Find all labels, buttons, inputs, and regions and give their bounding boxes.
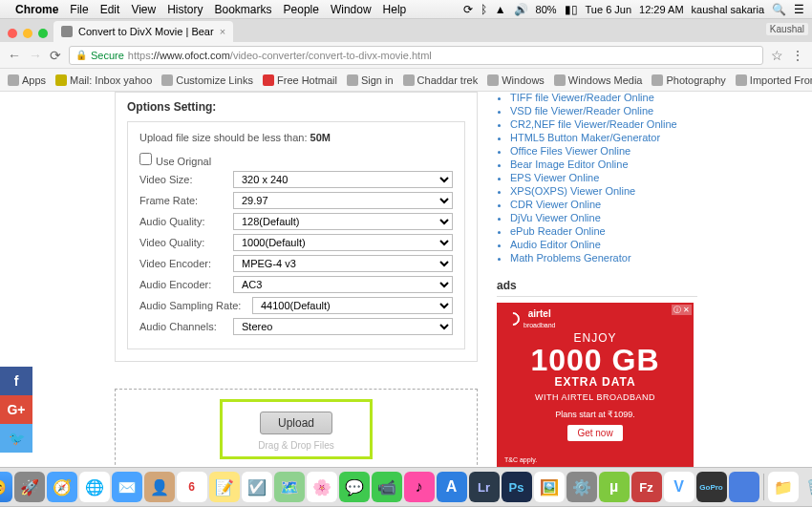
link-item[interactable]: Math Problems Generator [510,252,697,264]
dock-itunes[interactable]: ♪ [404,472,435,502]
tab-close-icon[interactable]: × [220,26,225,37]
upload-hint: Upload file size should be less than: 50… [139,132,453,143]
menu-view[interactable]: View [131,3,156,16]
dock-lightroom[interactable]: Lr [469,472,500,502]
dock-photos[interactable]: 🌸 [307,472,337,502]
bm-winmedia[interactable]: Windows Media [554,74,643,86]
dock-reminders[interactable]: ☑️ [242,472,272,502]
bm-customize[interactable]: Customize Links [161,74,253,86]
menu-bookmarks[interactable]: Bookmarks [215,3,272,16]
dock-appstore[interactable]: A [437,472,467,502]
address-bar[interactable]: 🔒 Secure https ://www.ofoct.com /video-c… [69,46,763,65]
share-facebook[interactable]: f [0,367,32,395]
ad-cta-button[interactable]: Get now [567,425,622,441]
video-quality-select[interactable]: 1000(Default) [233,234,453,251]
menubar-time[interactable]: 12:29 AM [639,4,683,15]
link-item[interactable]: XPS(OXPS) Viewer Online [510,185,697,197]
bm-apps[interactable]: Apps [8,74,46,86]
bluetooth-icon[interactable]: ᛒ [481,3,487,16]
menu-people[interactable]: People [284,3,319,16]
sync-icon[interactable]: ⟳ [463,3,473,16]
dock-calendar[interactable]: 6 [177,472,207,502]
menu-window[interactable]: Window [331,3,372,16]
share-googleplus[interactable]: G+ [0,395,32,424]
share-twitter[interactable]: 🐦 [0,424,32,453]
ad-banner[interactable]: ⓘ ✕ airtelbroadband ENJOY 1000 GB EXTRA … [497,303,694,467]
menu-history[interactable]: History [167,3,203,16]
social-sidebar: f G+ 🐦 [0,367,32,453]
link-item[interactable]: Audio Editor Online [510,239,697,250]
dock-contacts[interactable]: 👤 [144,472,175,502]
link-item[interactable]: CDR Viewer Online [510,199,697,210]
audio-channels-select[interactable]: Stereo [233,318,453,335]
menu-edit[interactable]: Edit [100,3,120,16]
ad-close-icon[interactable]: ⓘ ✕ [672,305,692,315]
link-item[interactable]: ePub Reader Online [510,225,697,237]
dock-utorrent[interactable]: µ [599,472,630,502]
dock-facetime[interactable]: 📹 [372,472,402,502]
upload-button[interactable]: Upload [260,412,332,434]
dock-preview[interactable]: 🖼️ [534,472,565,502]
menu-help[interactable]: Help [383,3,407,16]
bm-windows[interactable]: Windows [487,74,545,86]
dock-gopro[interactable]: GoPro [696,472,727,502]
video-size-select[interactable]: 320 x 240 [233,171,453,188]
dock-trash[interactable]: 🗑️ [801,472,813,502]
dock-messages[interactable]: 💬 [339,472,370,502]
back-icon[interactable]: ← [8,48,21,63]
forward-icon[interactable]: → [29,48,42,63]
dock-sysprefs[interactable]: ⚙️ [566,472,597,502]
chrome-profile-badge[interactable]: Kaushal [766,23,808,35]
link-item[interactable]: Bear Image Editor Online [510,158,697,170]
dock-launchpad[interactable]: 🚀 [14,472,45,502]
minimize-window-icon[interactable] [23,29,32,38]
menu-app[interactable]: Chrome [15,3,58,16]
dock-finder[interactable]: 😊 [0,472,12,502]
wifi-icon[interactable]: ▲ [495,3,506,16]
dock-safari[interactable]: 🧭 [47,472,77,502]
link-item[interactable]: Office Files Viewer Online [510,145,697,157]
browser-tab[interactable]: Convert to DivX Movie | Bear × [53,21,233,42]
reload-icon[interactable]: ⟳ [50,48,61,63]
dock-downloads[interactable]: 📁 [768,472,799,502]
frame-rate-select[interactable]: 29.97 [233,192,453,209]
dock-maps[interactable]: 🗺️ [274,472,305,502]
audio-quality-select[interactable]: 128(Default) [233,213,453,230]
link-item[interactable]: EPS Viewer Online [510,172,697,183]
dock-notes[interactable]: 📝 [209,472,240,502]
battery-icon[interactable]: ▮▯ [565,3,578,16]
close-window-icon[interactable] [8,29,17,38]
link-item[interactable]: TIFF file Viewer/Reader Online [510,92,697,103]
menu-file[interactable]: File [70,3,88,16]
bm-signin[interactable]: Sign in [347,74,394,86]
menu-extra-icon[interactable]: ☰ [794,3,804,16]
bm-hotmail[interactable]: Free Hotmail [263,74,337,86]
dock-chrome[interactable]: 🌐 [79,472,110,502]
audio-encoder-select[interactable]: AC3 [233,276,453,293]
bm-photo[interactable]: Photography [652,74,725,86]
menu-icon[interactable]: ⋮ [791,48,804,63]
link-item[interactable]: DjVu Viewer Online [510,212,697,223]
audio-sampling-select[interactable]: 44100(Default) [252,297,453,314]
dock-filezilla[interactable]: Fz [631,472,662,502]
link-item[interactable]: VSD file Viewer/Reader Online [510,105,697,116]
dock-app-v[interactable]: V [664,472,694,502]
spotlight-icon[interactable]: 🔍 [772,3,786,16]
link-item[interactable]: CR2,NEF file Viewer/Reader Online [510,118,697,130]
dock-photoshop[interactable]: Ps [502,472,532,502]
volume-icon[interactable]: 🔊 [514,3,528,16]
menubar-date[interactable]: Tue 6 Jun [586,4,632,15]
dock-app-blue[interactable] [729,472,759,502]
dock-mail[interactable]: ✉️ [112,472,142,502]
bm-imported[interactable]: Imported From IE [736,74,812,86]
upload-dropzone[interactable]: Upload Drag & Drop Files [115,389,478,467]
zoom-window-icon[interactable] [38,29,48,38]
use-original-checkbox[interactable] [139,153,152,165]
star-icon[interactable]: ☆ [771,48,783,63]
bm-chaddar[interactable]: Chaddar trek [403,74,479,86]
video-encoder-select[interactable]: MPEG-4 v3 [233,255,453,272]
link-item[interactable]: HTML5 Button Maker/Generator [510,132,697,143]
menubar-user[interactable]: kaushal sakaria [692,4,764,15]
video-encoder-label: Video Encoder: [139,258,233,269]
bm-mail[interactable]: Mail: Inbox yahoo [55,74,152,86]
